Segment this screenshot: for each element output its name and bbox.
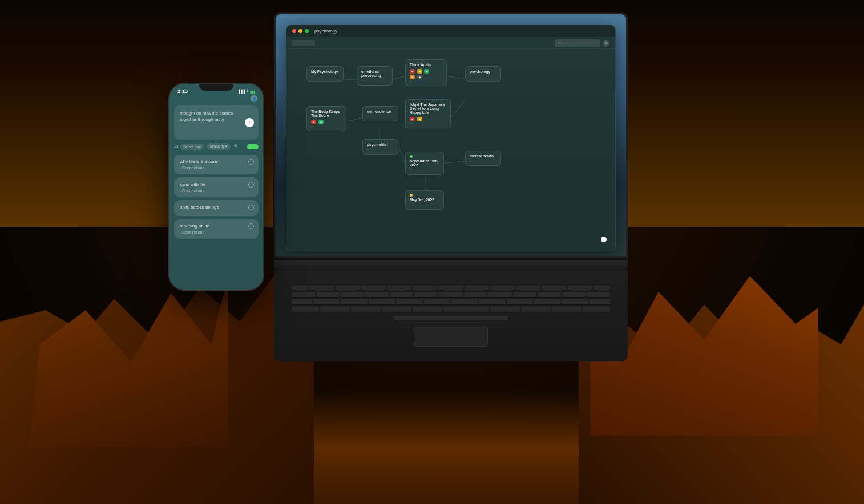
- keyboard-row-1: [292, 286, 610, 290]
- toolbar-breadcrumb: [292, 40, 315, 46]
- svg-line-3: [348, 117, 362, 121]
- node-title-psychology: psychology: [470, 70, 496, 74]
- key: [369, 299, 395, 305]
- node-title-psychiatrist: psychiatrist: [367, 143, 394, 147]
- connections-text-2: Connections: [182, 189, 204, 193]
- key: [390, 292, 413, 298]
- node-september-2022[interactable]: September 15th, 2022 ~: [405, 152, 444, 175]
- node-ikigai[interactable]: Ikigai The Japanese Secret to a Long Hap…: [405, 99, 451, 128]
- key: [414, 292, 438, 298]
- svg-line-1: [394, 76, 405, 79]
- node-sub-my-psychology: ~: [311, 75, 339, 78]
- phone-screen: 2:13 ▐▐▐ ⌇ ▮▮▮ 👤 thought on how lif: [169, 84, 263, 290]
- select-tags-button[interactable]: Select tags: [180, 144, 204, 150]
- key: [310, 286, 334, 290]
- key: [587, 292, 610, 298]
- key: [567, 286, 592, 290]
- node-sub-psychology: ~: [470, 75, 496, 78]
- maximize-button[interactable]: [305, 29, 309, 33]
- connections-label-2[interactable]: › Connections: [180, 189, 253, 193]
- search-submit-button[interactable]: ⊕: [603, 40, 609, 47]
- phone-status-icons: ▐▐▐ ⌇ ▮▮▮: [237, 89, 255, 94]
- connections-text-4: Connections: [182, 230, 204, 234]
- node-sub-emotional-processing: ~: [361, 79, 388, 82]
- key: [562, 292, 586, 298]
- app-mindmap[interactable]: My Psychology ~ emotional processing ~ T…: [286, 49, 615, 251]
- similarity-sort-button[interactable]: Similarity ▾: [207, 143, 231, 150]
- key: [443, 307, 489, 312]
- phone-header: 👤: [174, 95, 259, 102]
- touchpad[interactable]: [414, 327, 488, 347]
- send-button[interactable]: ↑: [245, 118, 254, 127]
- key: [552, 307, 582, 312]
- phone-tags-row: 🏷 Select tags Similarity ▾ 🔍: [174, 143, 259, 150]
- node-body-score[interactable]: The Body Keeps The Score ■ ■ ~: [306, 106, 346, 131]
- key: [292, 307, 319, 312]
- tag-yellow-3: ■: [417, 117, 422, 121]
- key: [387, 286, 411, 290]
- connections-label-1[interactable]: › Connections: [180, 166, 253, 170]
- node-think-again[interactable]: Think Again ■ ■ ■ ■ ■ ~: [405, 59, 447, 86]
- key: [516, 286, 540, 290]
- note-card-1[interactable]: why life is the core › Connections: [174, 155, 259, 174]
- connections-label-4[interactable]: › Connections: [180, 230, 253, 234]
- node-neuroscience[interactable]: neuroscience ~: [362, 106, 398, 121]
- node-psychology[interactable]: psychology ~: [465, 66, 501, 82]
- node-sub-september-2022: ~: [410, 168, 439, 172]
- node-may-2022[interactable]: May 3rd, 2022 ~: [405, 190, 444, 210]
- app-search-input[interactable]: Search...: [555, 39, 600, 47]
- node-title-think-again: Think Again: [410, 63, 442, 67]
- note-title-1: why life is the core: [180, 159, 253, 164]
- phone-frame: 2:13 ▐▐▐ ⌇ ▮▮▮ 👤 thought on how lif: [168, 83, 264, 291]
- toggle-button[interactable]: [247, 144, 259, 149]
- phone-search-note[interactable]: thought on how life comes together throu…: [174, 105, 259, 140]
- node-mental-health[interactable]: mental health ~: [465, 151, 501, 166]
- tag-icon: 🏷: [174, 145, 178, 149]
- node-sub-think-again: ~: [410, 79, 442, 83]
- app-toolbar: Search... ⊕: [286, 38, 615, 49]
- phone-mockup: 2:13 ▐▐▐ ⌇ ▮▮▮ 👤 thought on how lif: [168, 83, 264, 291]
- node-title-emotional-processing: emotional processing: [361, 70, 388, 78]
- node-my-psychology[interactable]: My Psychology ~: [306, 66, 344, 82]
- keyboard-row-3: [292, 299, 610, 305]
- phone-notch: [199, 84, 233, 91]
- search-icon[interactable]: 🔍: [234, 144, 239, 149]
- node-title-may-2022: May 3rd, 2022: [410, 198, 439, 202]
- spacebar: [394, 316, 508, 320]
- node-title-body-score: The Body Keeps The Score: [311, 109, 342, 117]
- key: [292, 292, 315, 298]
- svg-line-4: [451, 100, 465, 117]
- keyboard-row-spacebar: [292, 316, 610, 320]
- key: [593, 286, 610, 290]
- note-circle-3: [248, 205, 254, 210]
- key: [521, 307, 551, 312]
- key: [424, 299, 450, 305]
- node-emotional-processing[interactable]: emotional processing ~: [357, 66, 393, 86]
- keyboard-row-2: [292, 292, 610, 298]
- node-title-my-psychology: My Psychology: [311, 70, 339, 74]
- key: [382, 307, 411, 312]
- node-psychiatrist[interactable]: psychiatrist ~: [362, 139, 398, 155]
- keyboard-row-4: [292, 307, 610, 312]
- node-title-mental-health: mental health: [470, 154, 496, 158]
- battery-icon: ▮▮▮: [250, 90, 255, 94]
- note-card-4[interactable]: meaning of life › Connections: [174, 219, 259, 239]
- minimize-button[interactable]: [298, 29, 302, 33]
- connections-text-1: Connections: [182, 166, 204, 170]
- node-title-neuroscience: neuroscience: [367, 109, 394, 113]
- key: [479, 299, 505, 305]
- phone-profile-icon[interactable]: 👤: [251, 95, 257, 102]
- green-dot: [410, 155, 413, 158]
- key: [439, 292, 462, 298]
- phone-time: 2:13: [177, 88, 188, 94]
- note-circle-2: [248, 182, 254, 188]
- key: [365, 292, 389, 298]
- laptop-keyboard: [274, 270, 628, 361]
- note-card-2[interactable]: sync with life › Connections: [174, 177, 259, 197]
- svg-line-2: [448, 76, 465, 79]
- close-button[interactable]: [292, 29, 296, 33]
- key: [542, 286, 566, 290]
- note-card-3[interactable]: unity across beings: [174, 200, 259, 216]
- navigator-dot[interactable]: [601, 237, 607, 242]
- node-sub-neuroscience: ~: [367, 115, 394, 118]
